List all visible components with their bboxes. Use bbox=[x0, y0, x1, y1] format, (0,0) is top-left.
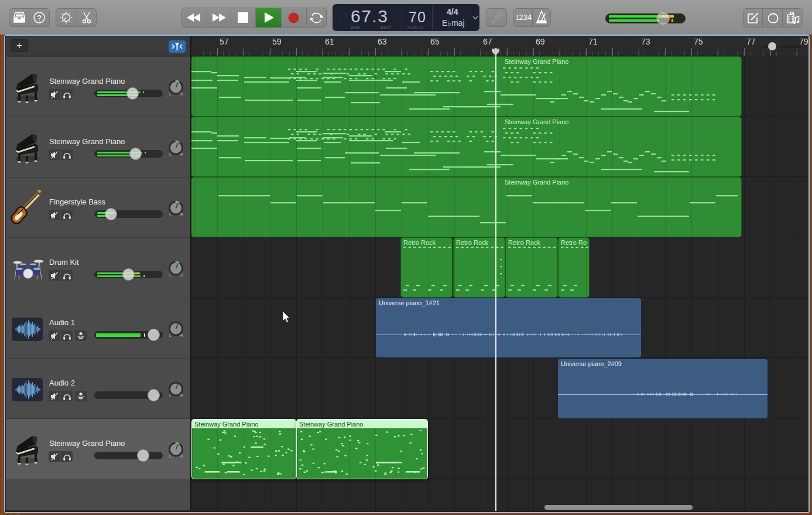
svg-text:?: ? bbox=[37, 13, 41, 22]
